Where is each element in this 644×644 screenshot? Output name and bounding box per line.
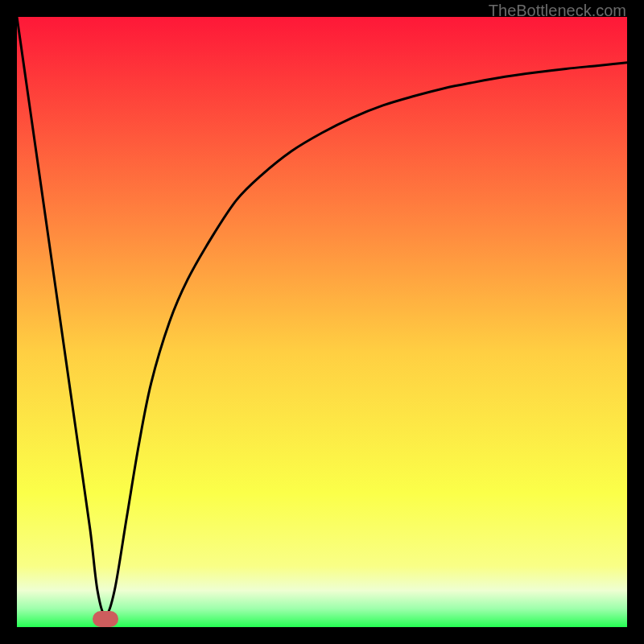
bottleneck-curve	[17, 17, 627, 627]
chart-container: TheBottleneck.com	[0, 0, 644, 644]
plot-area	[17, 17, 627, 627]
minimum-marker	[93, 611, 118, 627]
watermark-text: TheBottleneck.com	[489, 2, 626, 20]
